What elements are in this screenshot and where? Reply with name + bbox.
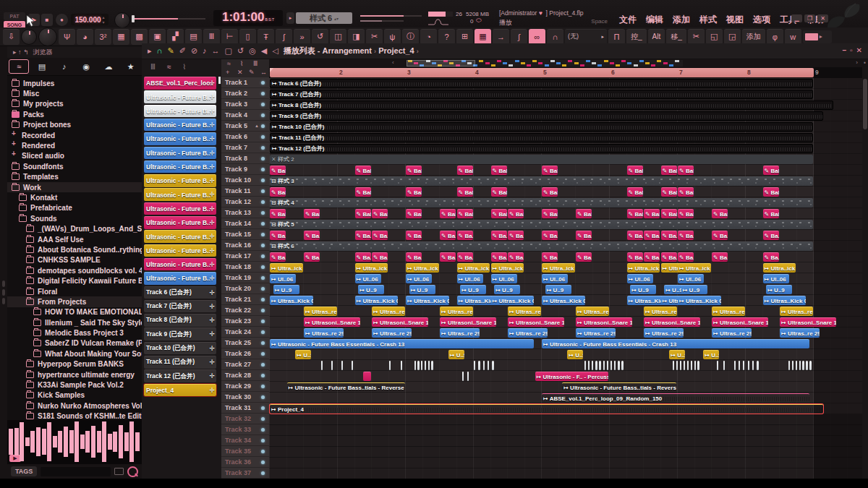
master-pitch-slider[interactable] (360, 20, 404, 22)
audio-clip[interactable] (595, 361, 597, 370)
overdub-icon[interactable]: ▤ (185, 29, 202, 45)
audio-clip[interactable]: ✎ Bal. (678, 209, 694, 218)
track-mute-dot[interactable] (261, 471, 265, 475)
audio-clip[interactable] (809, 361, 811, 370)
audio-clip[interactable] (363, 372, 370, 381)
track-header[interactable]: Track 6 (221, 132, 269, 142)
track-mute-dot[interactable] (261, 135, 265, 139)
track-mute-dot[interactable] (261, 233, 265, 236)
audio-clip[interactable]: ✎ Ba.. (491, 252, 507, 262)
picker-item[interactable]: Track 12 (已合并)✛ (144, 369, 216, 382)
track-mute-dot[interactable] (261, 439, 265, 442)
save-icon[interactable]: ◫ (330, 29, 346, 45)
track-mute-dot[interactable] (261, 320, 265, 323)
audio-clip[interactable]: ↦ Ultras..re 01 (508, 307, 541, 316)
audio-clip[interactable]: ✎ Ba.. (678, 252, 694, 262)
tree-item[interactable]: Impulses (7, 78, 142, 88)
audio-clip[interactable]: ✎ Ba.. (627, 231, 643, 240)
audio-clip[interactable]: ↦ ABSE_vol.1_Perc_loop_09_Random_150 (542, 393, 809, 403)
audio-clip[interactable]: ✎ Ba.. (304, 252, 320, 262)
picker-item[interactable]: Ultrasonic - Future B..✛ (144, 160, 216, 174)
audio-clip[interactable] (592, 361, 593, 370)
arrow-right-icon[interactable]: → (493, 29, 509, 45)
audio-clip[interactable] (417, 361, 419, 370)
audio-clip[interactable] (734, 361, 736, 370)
audio-clip[interactable]: ↦ Ul..06 (678, 274, 704, 283)
tags-input[interactable] (41, 467, 111, 476)
audio-clip[interactable]: ✎ Bal. (270, 166, 286, 175)
waveform-preview[interactable]: ▶ (7, 420, 142, 464)
audio-clip[interactable]: ✎ Bal. (627, 187, 643, 197)
audio-clip[interactable]: ↦ Ul..06 (491, 274, 517, 283)
scissors-icon[interactable]: ✂ (688, 29, 705, 45)
playlist-minimize-button[interactable]: – (843, 46, 847, 54)
audio-clip[interactable]: ↦ Ultras..re 01 (440, 307, 473, 316)
favorites-tab[interactable]: ★ (122, 60, 140, 73)
audio-clip[interactable] (428, 361, 430, 370)
audio-clip[interactable] (478, 361, 480, 370)
audio-clip[interactable]: ✎ Bal. (508, 209, 524, 218)
track-mute-dot[interactable] (261, 276, 265, 280)
stop-button[interactable]: ■ (41, 14, 53, 26)
audio-clip[interactable]: ↦ Ul..06 (542, 274, 568, 283)
playlist-breadcrumb[interactable]: 播放列表 - Arrangement › Project_4 › (284, 46, 419, 56)
track-header[interactable]: Track 4 (221, 110, 269, 121)
audio-clip[interactable] (341, 361, 343, 370)
audio-clip[interactable]: ↦ Ultras..re 01 (576, 307, 609, 316)
audio-clip[interactable]: ✎ Ba.. (763, 231, 779, 240)
menu-item-1[interactable]: 文件 (619, 14, 637, 26)
save-new-version-icon[interactable]: ◨ (348, 29, 365, 45)
audio-clip[interactable]: ↦ Ultra..ick 50 (457, 263, 490, 273)
window-frame-icon[interactable]: ⊞ (456, 29, 473, 45)
track-header[interactable]: Track 37 (221, 468, 269, 479)
tree-item[interactable]: Recorded (7, 130, 142, 140)
audio-clip[interactable]: ↦ U..9 (545, 285, 571, 294)
audio-clip[interactable]: ✎ Bal. (763, 187, 779, 197)
audio-clip[interactable]: ✎ Ba.. (304, 231, 320, 240)
audio-clip[interactable]: ✎ Ba.. (627, 252, 643, 262)
tree-item[interactable]: Kontakt (7, 192, 142, 202)
tree-item[interactable]: Packs (7, 109, 142, 119)
audio-clip[interactable] (680, 361, 681, 370)
grid-tool-icon[interactable]: ≈ (227, 60, 231, 67)
track-header[interactable]: Track 1 (221, 77, 269, 88)
zoom-tool-icon[interactable]: ◎ (249, 46, 256, 56)
wait-for-input-icon[interactable]: ◕ (77, 29, 93, 45)
audio-clip[interactable]: ✎ Bal. (576, 209, 592, 218)
track-header[interactable]: Track 19 (221, 273, 269, 283)
audio-clip[interactable] (743, 361, 744, 370)
playlist-close-button[interactable]: ✕ (856, 46, 862, 54)
audio-clip[interactable]: ✎ Ba.. (712, 252, 728, 262)
pat-song-toggle[interactable]: PAT SONG (4, 12, 25, 29)
audio-clip[interactable] (599, 361, 600, 370)
tree-item[interactable]: About Botanica Sound..rything Vol 1 (FRE… (7, 244, 142, 254)
audio-clip[interactable]: ↦ Ul..06 (763, 274, 789, 283)
magnet-icon[interactable]: ∩ (547, 29, 563, 45)
audio-clip[interactable] (462, 372, 464, 381)
picker-item[interactable]: Track 10 (已合并)✛ (144, 342, 216, 355)
audio-clip[interactable] (401, 361, 402, 370)
audio-clip[interactable]: ✎ Ba.. (270, 231, 286, 240)
audio-clip[interactable]: ✎ Ba.. (270, 252, 286, 262)
audio-clip[interactable] (389, 361, 391, 370)
tree-item[interactable]: Prefabricate (7, 203, 142, 213)
microphone-icon[interactable]: ψ (384, 29, 401, 45)
audio-clip[interactable]: ✎ Bal. (661, 187, 677, 197)
track-header[interactable]: Track 3 (221, 99, 269, 110)
audio-clip[interactable]: ↦ Ultrasoni..Snare 16 (780, 317, 836, 327)
picker-item[interactable]: Ultrasonic - Future B..✛ (144, 244, 216, 257)
audio-clip[interactable] (673, 361, 674, 370)
audio-clip[interactable] (467, 372, 469, 381)
audio-clip[interactable]: ↦ Ultra..ick 50 (678, 263, 711, 273)
link-icon[interactable]: ∞ (529, 29, 545, 45)
audio-clip[interactable] (425, 361, 426, 370)
audio-clip[interactable]: ↦ Ultras..Kick 03 (491, 296, 535, 305)
audio-clip[interactable]: ✎ Ba.. (440, 231, 456, 240)
picker-item[interactable]: Project_4✛ (144, 384, 216, 397)
audio-clip[interactable]: ↦ Ultras..Kick 03 (355, 296, 399, 305)
picker-scrollbar[interactable] (218, 77, 221, 84)
track-mute-dot[interactable] (261, 265, 265, 269)
track-header[interactable]: Track 18 (221, 262, 269, 273)
audio-clip[interactable]: ↦ U..9 (409, 285, 435, 294)
grid-tool-icon[interactable]: ⌇ (240, 60, 243, 67)
